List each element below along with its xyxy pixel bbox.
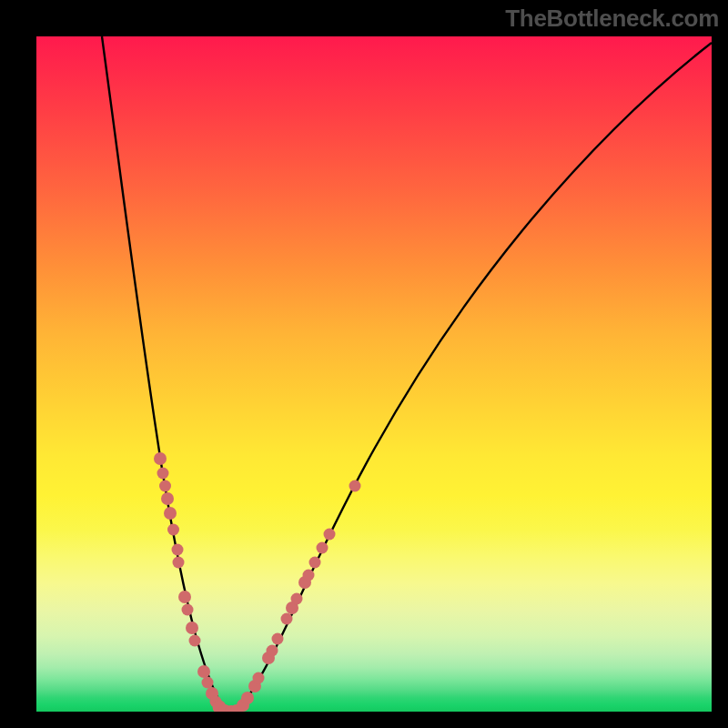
data-point [164, 507, 177, 520]
curve-layer [36, 36, 712, 712]
data-point [186, 622, 198, 634]
plot-area [36, 36, 712, 712]
data-point [267, 645, 278, 657]
data-point [281, 613, 293, 625]
data-point [202, 677, 214, 689]
data-point [303, 570, 315, 581]
data-point [272, 633, 284, 645]
data-point [241, 692, 254, 704]
data-point [154, 452, 167, 465]
left-curve [102, 36, 230, 712]
data-point [291, 593, 303, 605]
data-point [178, 591, 191, 603]
data-point [317, 542, 329, 554]
data-point [161, 492, 174, 505]
data-point [167, 524, 179, 536]
data-point [253, 672, 265, 684]
watermark-text: TheBottleneck.com [505, 5, 719, 33]
data-point [157, 468, 169, 480]
dot-layer [154, 452, 361, 712]
data-point [172, 544, 184, 556]
right-curve [230, 43, 712, 712]
data-point [197, 665, 210, 678]
data-point [309, 557, 321, 569]
data-point [173, 557, 185, 569]
data-point [159, 480, 171, 492]
data-point [349, 480, 361, 492]
data-point [189, 635, 201, 647]
figure-frame: TheBottleneck.com [0, 0, 728, 728]
data-point [324, 529, 336, 541]
data-point [182, 604, 194, 616]
